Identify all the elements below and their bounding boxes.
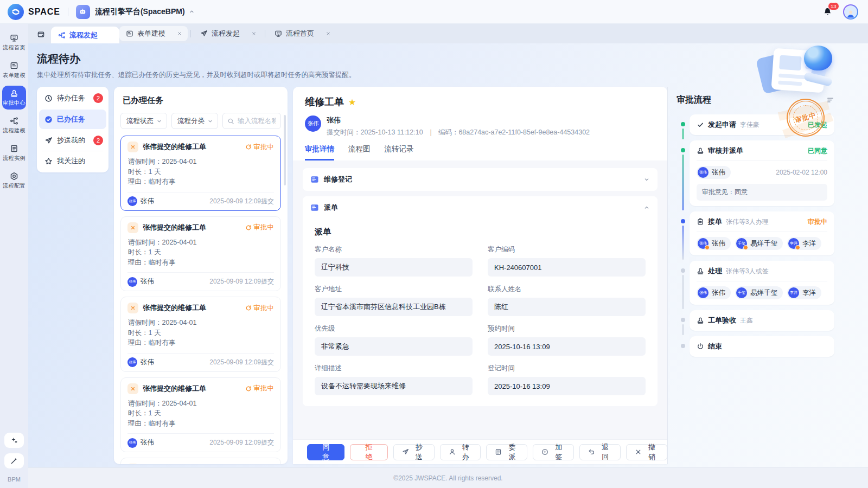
rail-item-表单建模[interactable]: 表单建模	[2, 58, 26, 82]
user-avatar[interactable]	[843, 4, 858, 20]
close-icon[interactable]	[177, 31, 182, 36]
step-card-处理[interactable]: 处理张伟等3人或签张伟张伟千玺易烊千玺李洋李洋	[690, 261, 834, 305]
tab-流转记录[interactable]: 流转记录	[385, 144, 414, 160]
form-icon	[126, 30, 133, 37]
close-icon	[635, 448, 642, 455]
submit-time: 提交时间：2025-10-13 11:12:10	[327, 128, 423, 137]
category-filter-label: 流程分类	[177, 117, 205, 126]
委派-button[interactable]: 委派	[486, 444, 527, 460]
rail-item-流程配置[interactable]: 流程配置	[2, 169, 26, 192]
approver-chip: 张伟张伟	[697, 166, 731, 179]
step-timeline	[676, 336, 690, 362]
ai-sparkle-button[interactable]	[4, 433, 24, 448]
task-card[interactable]: 张伟提交的维修工单审批中请假时间：2025-04-01时长：1 天理由：临时有事…	[120, 216, 281, 292]
header-divider	[68, 8, 68, 16]
tab-审批详情[interactable]: 审批详情	[305, 144, 334, 160]
field-label: 登记时间	[488, 364, 646, 373]
assignee-chip[interactable]: 李洋李洋	[787, 286, 821, 299]
doc-icon	[10, 144, 18, 153]
field-line: 理由：临时有事	[128, 338, 274, 348]
tab-流程发起-0[interactable]: 流程发起	[51, 27, 119, 43]
step-header: 处理张伟等3人或签	[697, 266, 827, 276]
加签-button[interactable]: 加签	[533, 444, 574, 460]
field-value[interactable]: KH-240607001	[488, 258, 646, 277]
撤销-button[interactable]: 撤销	[626, 444, 667, 460]
task-card-footer: 张伟张伟2025-09-09 12:09提交	[127, 353, 274, 371]
step-subtitle: 王鑫	[740, 316, 753, 325]
wrench-icon	[127, 383, 138, 394]
field-value[interactable]: 2025-10-16 13:09	[488, 337, 646, 356]
task-card[interactable]: 张伟提交的维修工单审批中请假时间：2025-04-01时长：1 天理由：临时有事…	[120, 458, 281, 464]
assignee-name: 张伟	[712, 239, 725, 248]
sidebar-item-抄送我的[interactable]: 抄送我的2	[37, 130, 108, 151]
assignee-name: 张伟	[712, 288, 725, 298]
sidebar-item-我关注的[interactable]: 我关注的	[37, 151, 108, 171]
field-line: 时长：1 天	[128, 167, 274, 177]
close-icon[interactable]	[251, 31, 257, 36]
同意-button[interactable]: 同意	[307, 444, 344, 460]
assignee-chip[interactable]: 李洋李洋	[787, 237, 821, 250]
form-field: 预约时间2025-10-16 13:09	[488, 324, 646, 356]
rail-item-流程实例[interactable]: 流程实例	[2, 141, 26, 165]
search-input[interactable]	[238, 117, 276, 125]
step-card-接单[interactable]: 接单张伟等3人办理审批中张伟张伟千玺易烊千玺李洋李洋	[690, 211, 834, 255]
form-section-icon	[310, 175, 319, 184]
field-value[interactable]: 2025-10-16 13:09	[488, 377, 646, 395]
category-filter-select[interactable]: 流程分类	[171, 113, 218, 129]
favorite-star-icon[interactable]: ★	[348, 97, 356, 107]
step-card-工单验收[interactable]: 工单验收王鑫	[690, 310, 834, 331]
抄送-button[interactable]: 抄送	[393, 444, 435, 460]
step-card-审核并派单[interactable]: 审核并派单已同意张伟张伟2025-02-02 12:00审批意见：同意	[690, 140, 834, 206]
task-card[interactable]: 张伟提交的维修工单审批中请假时间：2025-04-01时长：1 天理由：临时有事…	[120, 297, 281, 372]
tab-流程图[interactable]: 流程图	[348, 144, 371, 160]
divider	[697, 160, 827, 161]
assignee-chip[interactable]: 张伟张伟	[697, 237, 731, 250]
notification-bell-icon[interactable]: 13	[823, 7, 832, 16]
app-switcher[interactable]: 流程引擎平台(SpaceBPM)	[95, 7, 185, 17]
step-header: 结束	[697, 342, 827, 351]
tab-manager-icon[interactable]	[34, 27, 48, 41]
assignee-chip[interactable]: 张伟张伟	[697, 286, 731, 299]
field-value[interactable]: 辽宁省本溪市南芬区信息科技工业园B栋	[315, 298, 473, 316]
field-value[interactable]: 陈红	[488, 298, 646, 316]
task-card[interactable]: 张伟提交的维修工单审批中请假时间：2025-04-01时长：1 天理由：临时有事…	[120, 377, 281, 453]
search-box	[222, 113, 281, 129]
section-label: 维修登记	[324, 175, 352, 184]
assignee-chip[interactable]: 千玺易烊千玺	[735, 286, 783, 299]
approve-time: 2025-02-02 12:00	[776, 169, 827, 176]
退回-button[interactable]: 退回	[579, 444, 621, 460]
转办-button[interactable]: 转办	[440, 444, 481, 460]
refresh-icon	[245, 224, 252, 231]
field-line: 理由：临时有事	[128, 177, 274, 187]
section-dispatch-header[interactable]: 派单	[303, 196, 658, 219]
list-scrollbar[interactable]	[284, 115, 286, 185]
status-filter-select[interactable]: 流程状态	[120, 113, 167, 129]
wrench-icon	[127, 222, 138, 233]
tab-表单建模-1[interactable]: 表单建模	[119, 26, 188, 41]
left-rail: 流程首页表单建模审批中心流程建模流程实例流程配置 BPM	[0, 24, 28, 488]
task-card[interactable]: 张伟提交的维修工单审批中请假时间：2025-04-01时长：1 天理由：临时有事…	[120, 136, 281, 211]
task-nav-panel: 待办任务2已办任务抄送我的2我关注的	[37, 87, 108, 172]
form-field: 客户地址辽宁省本溪市南芬区信息科技工业园B栋	[315, 285, 473, 316]
rail-item-流程建模[interactable]: 流程建模	[2, 113, 26, 137]
field-value[interactable]: 非常紧急	[315, 337, 473, 356]
close-icon[interactable]	[326, 31, 331, 36]
step-subtitle: 张伟等3人办理	[726, 217, 769, 227]
field-value[interactable]: 辽宁科技	[315, 258, 473, 277]
sort-icon[interactable]	[826, 96, 834, 104]
section-repair-register[interactable]: 维修登记	[303, 168, 658, 191]
magic-wand-button[interactable]	[4, 453, 24, 468]
rail-item-审批中心[interactable]: 审批中心	[2, 86, 26, 110]
step-card-发起申请[interactable]: 发起申请李佳豪已发起	[690, 114, 834, 135]
tab-流程首页-3[interactable]: 流程首页	[268, 26, 336, 41]
拒绝-button[interactable]: 拒绝	[350, 444, 387, 460]
field-value[interactable]: 设备不运转需要现场来维修	[315, 377, 473, 395]
tab-流程发起-2[interactable]: 流程发起	[194, 26, 262, 41]
doc-icon	[495, 448, 502, 455]
sidebar-item-已办任务[interactable]: 已办任务	[39, 110, 106, 129]
sidebar-item-待办任务[interactable]: 待办任务2	[37, 88, 108, 108]
assignee-chip[interactable]: 千玺易烊千玺	[735, 237, 783, 250]
chevron-up-icon	[643, 204, 650, 211]
rail-item-流程首页[interactable]: 流程首页	[2, 30, 26, 54]
step-card-结束[interactable]: 结束	[690, 336, 834, 357]
